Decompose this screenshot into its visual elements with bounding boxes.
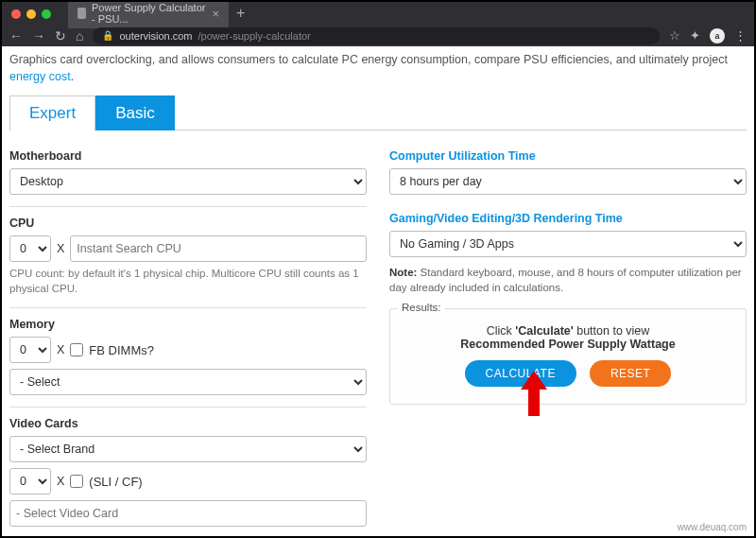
maximize-window-icon[interactable]: [42, 9, 51, 19]
energy-cost-link[interactable]: energy cost: [9, 70, 71, 83]
star-icon[interactable]: ☆: [669, 28, 680, 43]
toolbar-right: ☆ ✦ a ⋮: [669, 28, 747, 43]
results-title: Results:: [398, 302, 445, 313]
home-icon[interactable]: ⌂: [76, 28, 83, 43]
util-label: Computer Utilization Time: [389, 149, 747, 163]
memory-qty-select[interactable]: 0: [9, 337, 51, 363]
crossfire-label: (SLI / CF): [89, 475, 142, 489]
forward-icon[interactable]: →: [32, 28, 45, 43]
motherboard-select[interactable]: Desktop: [9, 168, 367, 195]
gaming-select[interactable]: No Gaming / 3D Apps: [389, 231, 747, 257]
new-tab-button[interactable]: +: [236, 5, 245, 22]
back-icon[interactable]: ←: [9, 28, 23, 43]
gaming-label: Gaming/Video Editing/3D Rendering Time: [389, 212, 747, 225]
results-text: Click 'Calculate' button to view Recomme…: [400, 324, 736, 351]
page-content: Graphics card overclocking, and allows c…: [2, 46, 754, 538]
cpu-hint: CPU count: by default it's 1 physical ch…: [9, 267, 367, 296]
close-tab-icon[interactable]: ×: [212, 7, 219, 21]
close-window-icon[interactable]: [11, 9, 21, 19]
left-column: Motherboard Desktop CPU 0 X CPU count: b…: [9, 140, 367, 538]
video-card-input: [9, 500, 367, 527]
video-x-label: X: [57, 475, 64, 488]
favicon-icon: [77, 8, 86, 19]
memory-label: Memory: [9, 318, 367, 331]
address-bar-row: ← → ↻ ⌂ 🔒 outervision.com/power-supply-c…: [2, 25, 754, 46]
url-host: outervision.com: [119, 30, 192, 42]
tab-title: Power Supply Calculator - PSU...: [92, 2, 206, 25]
cpu-search-input[interactable]: [70, 235, 367, 262]
video-label: Video Cards: [9, 417, 367, 430]
divider: [9, 206, 367, 207]
tab-expert[interactable]: Expert: [9, 95, 95, 130]
profile-avatar-icon[interactable]: a: [710, 28, 725, 43]
browser-chrome: Power Supply Calculator - PSU... × + ← →…: [2, 2, 754, 46]
fbdimms-checkbox[interactable]: [70, 343, 83, 356]
divider: [9, 307, 367, 308]
right-column: Computer Utilization Time 8 hours per da…: [389, 140, 747, 538]
video-qty-select[interactable]: 0: [9, 468, 51, 495]
window-controls: [11, 9, 51, 19]
tab-bar: Power Supply Calculator - PSU... × +: [68, 2, 245, 25]
button-row: CALCULATE RESET: [400, 360, 736, 387]
reset-button[interactable]: RESET: [590, 360, 672, 387]
lock-icon: 🔒: [102, 30, 113, 41]
cpu-label: CPU: [9, 217, 367, 230]
results-box: Results: Click 'Calculate' button to vie…: [389, 308, 747, 405]
reload-icon[interactable]: ↻: [55, 28, 66, 43]
intro-text: Graphics card overclocking, and allows c…: [9, 52, 747, 85]
menu-icon[interactable]: ⋮: [734, 28, 747, 43]
tab-basic[interactable]: Basic: [95, 95, 175, 130]
intro-after: .: [71, 70, 74, 83]
memory-x-label: X: [57, 343, 64, 356]
mode-tabs: Expert Basic: [9, 95, 747, 130]
fbdimms-label: FB DIMMs?: [89, 343, 154, 357]
video-brand-select[interactable]: - Select Brand: [9, 436, 367, 462]
motherboard-label: Motherboard: [9, 149, 367, 163]
url-path: /power-supply-calculator: [198, 30, 311, 42]
minimize-window-icon[interactable]: [26, 9, 36, 19]
intro-before: Graphics card overclocking, and allows c…: [9, 53, 728, 66]
util-select[interactable]: 8 hours per day: [389, 168, 747, 195]
watermark: www.deuaq.com: [678, 522, 747, 532]
calculate-button[interactable]: CALCULATE: [465, 360, 576, 387]
note-text: Note: Standard keyboard, mouse, and 8 ho…: [389, 265, 747, 295]
url-bar[interactable]: 🔒 outervision.com/power-supply-calculato…: [93, 27, 660, 44]
note-body: Standard keyboard, mouse, and 8 hours of…: [389, 267, 742, 293]
cpu-x-label: X: [57, 242, 64, 255]
extensions-icon[interactable]: ✦: [690, 28, 700, 43]
divider: [9, 407, 367, 408]
crossfire-checkbox[interactable]: [70, 475, 83, 488]
cpu-qty-select[interactable]: 0: [9, 235, 51, 262]
memory-select[interactable]: - Select: [9, 369, 367, 395]
note-label: Note:: [389, 267, 417, 278]
